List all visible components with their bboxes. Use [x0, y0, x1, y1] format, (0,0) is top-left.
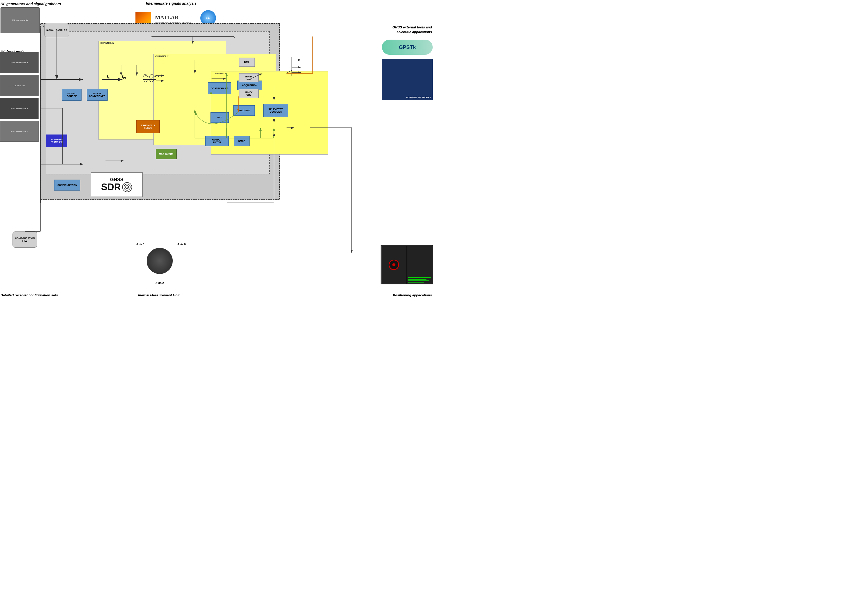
axis1-label: Axis 1 — [136, 243, 144, 246]
rinex-nav-box: RINEX NAV — [239, 73, 259, 82]
imu-area: Axis 1 Axis 0 Axis 2 — [130, 240, 190, 284]
bottom-left-label: Detailed receiver configuration sets — [0, 293, 58, 297]
gnss-sdr-logo-box: GNSS SDR — [91, 172, 143, 197]
sdr-logo-svg — [122, 182, 132, 193]
rf-generators-label: RF generators and signal grabbers — [0, 2, 61, 6]
page-wrapper: RF generators and signal grabbers RF ins… — [0, 0, 434, 300]
channel-2-box: CHANNEL 2 CHANNEL 1 ACQUISITION TRACKING — [153, 54, 276, 145]
gnss-sdr-box: GNSS-SDR FLOWGRAPH CHANNEL N CHANNEL 2 C… — [41, 23, 280, 200]
rf-equipment-image: RF instruments — [0, 7, 40, 33]
nmea-box: NMEA — [234, 136, 249, 146]
gpstk-logo: GPSTk — [382, 40, 433, 55]
gnss-tools-label: GNSS external tools andscientific applic… — [381, 25, 432, 34]
tracking-box: TRACKING — [233, 105, 255, 116]
imu-device — [147, 248, 173, 274]
ephemeris-queue-box: EPHEMERIS QUEUE — [136, 120, 160, 133]
telemetry-decoder-box: TELEMETRY DECODER — [263, 104, 288, 117]
rf-frontend-images: Front-end device 1 USRP E100 Front-end d… — [0, 52, 39, 182]
axis0-label: Axis 0 — [177, 243, 186, 246]
bottom-right-label: Positioning applications — [393, 293, 432, 297]
configuration-file-cylinder: CONFIGURATION FILE — [12, 232, 37, 248]
intermediate-signals-label: Intermediate signals analysis — [146, 1, 197, 6]
positioning-app-image — [381, 245, 433, 284]
fs-label: fs — [107, 75, 110, 80]
fin-label: fIN — [122, 75, 126, 80]
signal-samples-cylinder: SIGNAL SAMPLES — [44, 23, 69, 37]
configuration-box: CONFIGURATION — [54, 180, 80, 191]
observables-box: OBSERVABLES — [208, 82, 231, 94]
bottom-center-label: Inertial Measurement Unit — [138, 293, 179, 297]
output-filter-box: OUTPUT FILTER — [205, 136, 229, 146]
how-gnss-r-image: HOW GNSS-R WORKS — [382, 59, 433, 100]
hardware-frontend-box[interactable]: HARDWARE FRONT-END — [47, 134, 67, 147]
rinex-obs-box: RINEX OBS — [239, 89, 259, 98]
flowgraph-box: FLOWGRAPH CHANNEL N CHANNEL 2 CHANNEL 1 … — [46, 31, 270, 175]
channel-n-box: CHANNEL N CHANNEL 2 CHANNEL 1 ACQUISITIO… — [99, 41, 226, 140]
axis2-label: Axis 2 — [156, 281, 164, 284]
pvt-box: PVT — [210, 112, 229, 123]
msg-queue-box: MSG QUEUE — [156, 149, 177, 159]
signal-conditioner-box: SIGNAL CONDITIONER — [87, 89, 108, 101]
svg-point-3 — [127, 187, 128, 188]
signal-source-box: SIGNAL SOURCE — [62, 89, 81, 101]
kml-box: KML — [239, 57, 255, 67]
